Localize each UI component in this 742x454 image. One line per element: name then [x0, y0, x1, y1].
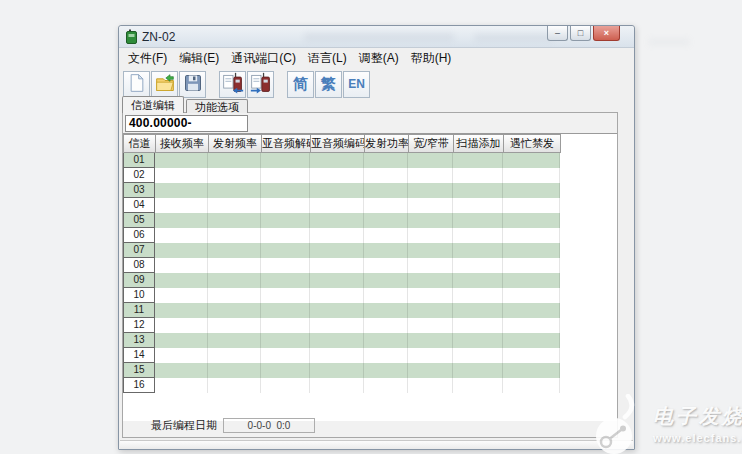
channel-number-cell[interactable]: 10 — [123, 288, 155, 303]
tab-function-options[interactable]: 功能选项 — [186, 99, 248, 113]
channel-data-cell[interactable] — [364, 363, 408, 378]
channel-data-cell[interactable] — [310, 318, 364, 333]
channel-data-cell[interactable] — [503, 363, 560, 378]
channel-data-cell[interactable] — [310, 243, 364, 258]
channel-data-cell[interactable] — [408, 378, 453, 393]
channel-data-cell[interactable] — [503, 378, 560, 393]
channel-number-cell[interactable]: 14 — [123, 348, 155, 363]
channel-data-cell[interactable] — [155, 333, 208, 348]
open-file-button[interactable] — [151, 71, 178, 98]
channel-data-cell[interactable] — [453, 333, 503, 348]
channel-data-cell[interactable] — [503, 258, 560, 273]
channel-data-cell[interactable] — [155, 198, 208, 213]
channel-data-cell[interactable] — [453, 363, 503, 378]
write-to-radio-button[interactable] — [247, 71, 274, 98]
lang-english-button[interactable]: EN — [343, 71, 370, 98]
channel-data-cell[interactable] — [261, 228, 310, 243]
channel-data-cell[interactable] — [208, 348, 261, 363]
channel-data-cell[interactable] — [408, 153, 453, 168]
channel-number-cell[interactable]: 12 — [123, 318, 155, 333]
channel-data-cell[interactable] — [155, 348, 208, 363]
channel-data-cell[interactable] — [155, 363, 208, 378]
channel-data-cell[interactable] — [408, 363, 453, 378]
channel-data-cell[interactable] — [364, 258, 408, 273]
menu-edit[interactable]: 编辑(E) — [173, 48, 225, 69]
channel-data-cell[interactable] — [453, 288, 503, 303]
channel-data-cell[interactable] — [503, 303, 560, 318]
channel-data-cell[interactable] — [155, 258, 208, 273]
channel-data-cell[interactable] — [408, 183, 453, 198]
frequency-range-field[interactable]: 400.00000-480.00000 — [125, 115, 248, 132]
channel-data-cell[interactable] — [364, 243, 408, 258]
channel-data-cell[interactable] — [261, 213, 310, 228]
channel-data-cell[interactable] — [503, 213, 560, 228]
menu-language[interactable]: 语言(L) — [302, 48, 353, 69]
channel-data-cell[interactable] — [364, 228, 408, 243]
channel-data-cell[interactable] — [408, 243, 453, 258]
channel-data-cell[interactable] — [453, 183, 503, 198]
channel-data-cell[interactable] — [261, 348, 310, 363]
channel-data-cell[interactable] — [364, 183, 408, 198]
menu-file[interactable]: 文件(F) — [122, 48, 173, 69]
channel-data-cell[interactable] — [503, 288, 560, 303]
channel-data-cell[interactable] — [208, 198, 261, 213]
channel-data-cell[interactable] — [408, 273, 453, 288]
channel-data-cell[interactable] — [453, 228, 503, 243]
channel-data-cell[interactable] — [261, 378, 310, 393]
channel-number-cell[interactable]: 16 — [123, 378, 155, 393]
channel-data-cell[interactable] — [408, 258, 453, 273]
channel-data-cell[interactable] — [208, 243, 261, 258]
channel-data-cell[interactable] — [364, 213, 408, 228]
channel-data-cell[interactable] — [155, 168, 208, 183]
maximize-button[interactable]: □ — [570, 26, 591, 41]
channel-data-cell[interactable] — [310, 363, 364, 378]
channel-data-cell[interactable] — [261, 153, 310, 168]
channel-data-cell[interactable] — [503, 183, 560, 198]
channel-data-cell[interactable] — [310, 273, 364, 288]
channel-data-cell[interactable] — [155, 303, 208, 318]
channel-data-cell[interactable] — [208, 318, 261, 333]
channel-data-cell[interactable] — [364, 318, 408, 333]
channel-data-cell[interactable] — [261, 303, 310, 318]
channel-data-cell[interactable] — [453, 318, 503, 333]
channel-data-cell[interactable] — [310, 228, 364, 243]
channel-data-cell[interactable] — [503, 243, 560, 258]
read-from-radio-button[interactable] — [219, 71, 246, 98]
channel-data-cell[interactable] — [408, 333, 453, 348]
channel-data-cell[interactable] — [208, 303, 261, 318]
channel-data-cell[interactable] — [364, 378, 408, 393]
channel-data-cell[interactable] — [208, 213, 261, 228]
channel-data-cell[interactable] — [453, 168, 503, 183]
channel-data-cell[interactable] — [453, 213, 503, 228]
channel-data-cell[interactable] — [503, 198, 560, 213]
channel-data-cell[interactable] — [261, 243, 310, 258]
channel-data-cell[interactable] — [453, 258, 503, 273]
channel-number-cell[interactable]: 07 — [123, 243, 155, 258]
channel-number-cell[interactable]: 02 — [123, 168, 155, 183]
channel-data-cell[interactable] — [408, 198, 453, 213]
channel-data-cell[interactable] — [364, 168, 408, 183]
channel-data-cell[interactable] — [261, 258, 310, 273]
menu-adjust[interactable]: 调整(A) — [353, 48, 405, 69]
channel-number-cell[interactable]: 04 — [123, 198, 155, 213]
channel-number-cell[interactable]: 08 — [123, 258, 155, 273]
channel-data-cell[interactable] — [310, 258, 364, 273]
menu-help[interactable]: 帮助(H) — [405, 48, 458, 69]
channel-data-cell[interactable] — [310, 153, 364, 168]
channel-data-cell[interactable] — [155, 153, 208, 168]
channel-data-cell[interactable] — [503, 153, 560, 168]
channel-number-cell[interactable]: 06 — [123, 228, 155, 243]
channel-number-cell[interactable]: 13 — [123, 333, 155, 348]
minimize-button[interactable]: – — [547, 26, 568, 41]
channel-data-cell[interactable] — [261, 198, 310, 213]
channel-data-cell[interactable] — [408, 288, 453, 303]
channel-number-cell[interactable]: 01 — [123, 153, 155, 168]
channel-data-cell[interactable] — [453, 198, 503, 213]
channel-data-cell[interactable] — [208, 228, 261, 243]
channel-data-cell[interactable] — [364, 303, 408, 318]
channel-data-cell[interactable] — [503, 318, 560, 333]
channel-data-cell[interactable] — [310, 213, 364, 228]
channel-data-cell[interactable] — [310, 168, 364, 183]
channel-data-cell[interactable] — [503, 228, 560, 243]
channel-data-cell[interactable] — [261, 273, 310, 288]
